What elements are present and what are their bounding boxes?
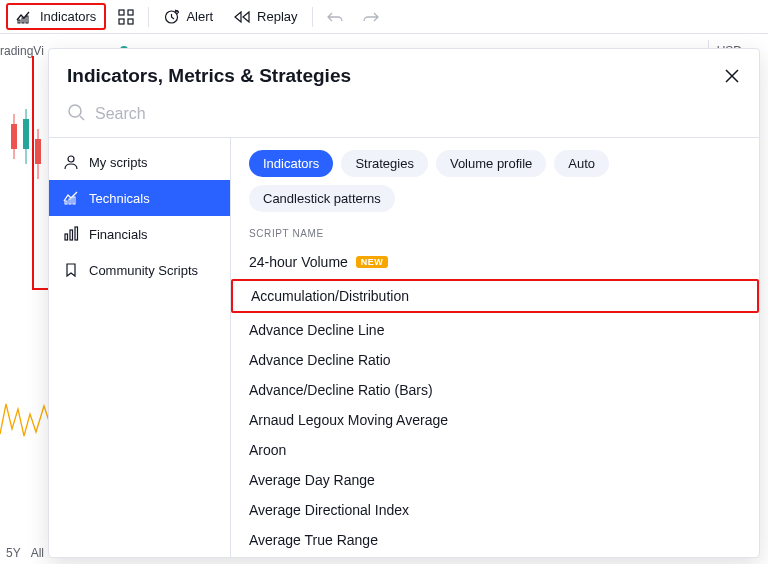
- bars-icon: [63, 226, 79, 242]
- search-row: [49, 97, 759, 138]
- svg-rect-4: [128, 10, 133, 15]
- brand-fragment: radingVi: [0, 44, 44, 58]
- close-button[interactable]: [723, 67, 741, 85]
- list-item[interactable]: Advance Decline Ratio: [231, 345, 759, 375]
- filter-tabs: Indicators Strategies Volume profile Aut…: [231, 138, 759, 224]
- replay-button[interactable]: Replay: [225, 5, 305, 28]
- sidebar-item-technicals[interactable]: Technicals: [49, 180, 230, 216]
- sidebar-item-label: My scripts: [89, 155, 148, 170]
- tab-auto[interactable]: Auto: [554, 150, 609, 177]
- list-item[interactable]: Average Day Range: [231, 465, 759, 495]
- replay-label: Replay: [257, 9, 297, 24]
- timeframe-all[interactable]: All: [31, 546, 44, 560]
- svg-point-17: [68, 156, 74, 162]
- alert-clock-icon: [163, 8, 180, 25]
- list-item[interactable]: Awesome Oscillator: [231, 555, 759, 557]
- svg-rect-14: [35, 139, 41, 164]
- svg-rect-18: [65, 201, 67, 204]
- alert-label: Alert: [186, 9, 213, 24]
- tab-strategies[interactable]: Strategies: [341, 150, 428, 177]
- list-item-label: Advance Decline Line: [249, 322, 384, 338]
- top-toolbar: Indicators Alert Replay: [0, 0, 768, 34]
- svg-rect-19: [69, 199, 71, 204]
- list-item-label: Average Directional Index: [249, 502, 409, 518]
- indicator-list: 24-hour Volume NEW Accumulation/Distribu…: [231, 247, 759, 557]
- redo-icon: [363, 10, 379, 24]
- indicators-icon: [16, 10, 34, 24]
- sidebar-item-my-scripts[interactable]: My scripts: [49, 144, 230, 180]
- sidebar-item-financials[interactable]: Financials: [49, 216, 230, 252]
- rewind-icon: [233, 10, 251, 24]
- indicators-modal: Indicators, Metrics & Strategies My scri…: [48, 48, 760, 558]
- svg-rect-3: [119, 10, 124, 15]
- sidebar-item-label: Financials: [89, 227, 148, 242]
- svg-rect-21: [65, 234, 68, 240]
- sidebar-item-label: Technicals: [89, 191, 150, 206]
- undo-icon: [327, 10, 343, 24]
- undo-button[interactable]: [319, 6, 351, 28]
- section-header: SCRIPT NAME: [231, 224, 759, 247]
- list-item-label: Average True Range: [249, 532, 378, 548]
- bookmark-icon: [63, 262, 79, 278]
- list-item[interactable]: Advance/Decline Ratio (Bars): [231, 375, 759, 405]
- tab-candlestick[interactable]: Candlestick patterns: [249, 185, 395, 212]
- svg-rect-20: [73, 197, 75, 204]
- list-item-label: Accumulation/Distribution: [251, 288, 409, 304]
- list-item-label: Aroon: [249, 442, 286, 458]
- modal-sidebar: My scripts Technicals Financials Communi…: [49, 138, 231, 557]
- svg-rect-2: [26, 16, 28, 23]
- svg-rect-0: [18, 20, 20, 23]
- indicators-button[interactable]: Indicators: [6, 3, 106, 30]
- line-chart-fragment: [0, 394, 50, 444]
- list-item[interactable]: Aroon: [231, 435, 759, 465]
- templates-button[interactable]: [110, 5, 142, 29]
- svg-point-15: [69, 105, 81, 117]
- list-item-label: Arnaud Legoux Moving Average: [249, 412, 448, 428]
- alert-button[interactable]: Alert: [155, 4, 221, 29]
- modal-title: Indicators, Metrics & Strategies: [67, 65, 351, 87]
- list-item[interactable]: Arnaud Legoux Moving Average: [231, 405, 759, 435]
- redo-button[interactable]: [355, 6, 387, 28]
- search-icon: [67, 103, 85, 125]
- modal-content: Indicators Strategies Volume profile Aut…: [231, 138, 759, 557]
- list-item-accumulation-distribution[interactable]: Accumulation/Distribution: [231, 279, 759, 313]
- close-icon: [724, 68, 740, 84]
- technicals-icon: [63, 190, 79, 206]
- tab-volume-profile[interactable]: Volume profile: [436, 150, 546, 177]
- svg-rect-5: [119, 19, 124, 24]
- timeframe-5y[interactable]: 5Y: [6, 546, 21, 560]
- list-item[interactable]: 24-hour Volume NEW: [231, 247, 759, 277]
- candlestick-chart-fragment: [8, 104, 48, 194]
- modal-header: Indicators, Metrics & Strategies: [49, 49, 759, 97]
- person-icon: [63, 154, 79, 170]
- list-item[interactable]: Average Directional Index: [231, 495, 759, 525]
- toolbar-separator: [148, 7, 149, 27]
- timeframe-row: 5Y All: [6, 546, 44, 560]
- search-input[interactable]: [95, 105, 741, 123]
- svg-rect-23: [75, 227, 78, 240]
- svg-rect-12: [23, 119, 29, 149]
- modal-body: My scripts Technicals Financials Communi…: [49, 138, 759, 557]
- sidebar-item-label: Community Scripts: [89, 263, 198, 278]
- grid-icon: [118, 9, 134, 25]
- svg-rect-6: [128, 19, 133, 24]
- list-item[interactable]: Advance Decline Line: [231, 315, 759, 345]
- svg-line-16: [80, 116, 84, 120]
- list-item-label: 24-hour Volume: [249, 254, 348, 270]
- sidebar-item-community[interactable]: Community Scripts: [49, 252, 230, 288]
- toolbar-separator-2: [312, 7, 313, 27]
- list-item-label: Average Day Range: [249, 472, 375, 488]
- list-item-label: Advance Decline Ratio: [249, 352, 391, 368]
- tab-indicators[interactable]: Indicators: [249, 150, 333, 177]
- svg-rect-10: [11, 124, 17, 149]
- new-badge: NEW: [356, 256, 389, 268]
- svg-rect-22: [70, 230, 73, 240]
- svg-rect-1: [22, 18, 24, 23]
- list-item[interactable]: Average True Range: [231, 525, 759, 555]
- list-item-label: Advance/Decline Ratio (Bars): [249, 382, 433, 398]
- indicators-label: Indicators: [40, 9, 96, 24]
